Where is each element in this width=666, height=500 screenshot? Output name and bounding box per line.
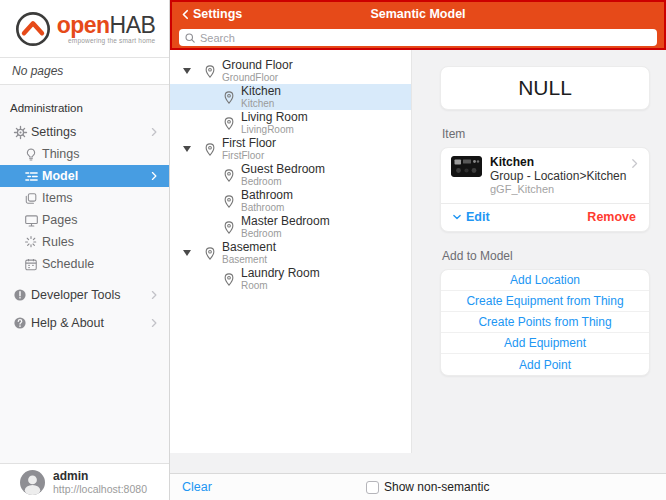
expand-triangle-icon[interactable]	[183, 250, 191, 256]
tree-item-ground-floor[interactable]: Ground FloorGroundFloor	[170, 58, 411, 84]
sidebar-item-things[interactable]: Things	[0, 143, 169, 165]
sidebar-item-schedule[interactable]: Schedule	[0, 253, 169, 275]
sidebar-item-label: Settings	[31, 125, 149, 139]
location-pin-icon	[203, 246, 217, 261]
chevron-right-icon	[629, 158, 640, 169]
question-circle-icon	[12, 316, 28, 330]
items-icon	[23, 191, 39, 206]
lightbulb-icon	[23, 147, 39, 162]
add-point-button[interactable]: Add Point	[441, 354, 649, 375]
tree-item-subtitle: GroundFloor	[222, 72, 293, 83]
avatar	[20, 470, 45, 495]
item-section-label: Item	[442, 127, 650, 141]
sidebar-nav: SettingsThingsModelItemsPagesRulesSchedu…	[0, 121, 169, 334]
location-pin-icon	[222, 220, 236, 235]
sidebar-item-rules[interactable]: Rules	[0, 231, 169, 253]
sidebar-item-pages[interactable]: Pages	[0, 209, 169, 231]
item-id: gGF_Kitchen	[490, 183, 626, 196]
sidebar-item-help-about[interactable]: Help & About	[0, 312, 169, 334]
tree-item-title: Basement	[222, 241, 276, 254]
main-content: Ground FloorGroundFloorKitchenKitchenLiv…	[170, 50, 666, 473]
user-name: admin	[53, 470, 147, 483]
checkbox-icon	[366, 481, 379, 494]
tree-item-guest-bedroom[interactable]: Guest BedroomBedroom	[170, 162, 411, 188]
create-equipment-from-thing-button[interactable]: Create Equipment from Thing	[441, 291, 649, 312]
chevron-down-icon	[452, 212, 462, 222]
sidebar-item-items[interactable]: Items	[0, 187, 169, 209]
expand-triangle-icon[interactable]	[183, 68, 191, 74]
item-row[interactable]: Kitchen Group - Location>Kitchen gGF_Kit…	[441, 148, 649, 203]
tree-item-subtitle: Kitchen	[241, 98, 281, 109]
sidebar-item-label: Things	[42, 147, 159, 161]
tree-item-basement[interactable]: BasementBasement	[170, 240, 411, 266]
expand-triangle-icon[interactable]	[183, 146, 191, 152]
tree-item-laundry-room[interactable]: Laundry RoomRoom	[170, 266, 411, 292]
exclamation-circle-icon	[12, 288, 28, 302]
search-icon	[184, 32, 196, 44]
tree-item-living-room[interactable]: Living RoomLivingRoom	[170, 110, 411, 136]
edit-label: Edit	[466, 210, 490, 224]
sidebar-item-label: Rules	[42, 235, 159, 249]
tree-item-subtitle: Basement	[222, 254, 276, 265]
location-pin-icon	[222, 90, 236, 105]
tree-item-first-floor[interactable]: First FloorFirstFloor	[170, 136, 411, 162]
item-type: Group - Location>Kitchen	[490, 169, 626, 183]
location-pin-icon	[222, 168, 236, 183]
chevron-right-icon	[149, 290, 159, 300]
chevron-right-icon	[149, 127, 159, 137]
tree-item-title: Guest Bedroom	[241, 163, 325, 176]
add-equipment-button[interactable]: Add Equipment	[441, 333, 649, 354]
search-input[interactable]	[200, 32, 652, 44]
tree-item-title: Bathroom	[241, 189, 293, 202]
gear-icon	[12, 125, 28, 140]
tree-item-subtitle: Bedroom	[241, 176, 325, 187]
remove-button[interactable]: Remove	[587, 210, 636, 224]
sidebar-item-model[interactable]: Model	[0, 165, 169, 187]
detail-panel: NULL Item	[412, 50, 666, 473]
openhab-logo-icon	[14, 10, 52, 48]
logo-word-open: open	[57, 12, 110, 38]
location-pin-icon	[203, 64, 217, 79]
show-non-semantic-toggle[interactable]: Show non-semantic	[366, 480, 489, 494]
chevron-right-icon	[149, 171, 159, 181]
tree-item-subtitle: FirstFloor	[222, 150, 276, 161]
header: Settings Semantic Model	[170, 0, 666, 50]
server-url: http://localhost:8080	[53, 483, 147, 495]
back-label: Settings	[193, 7, 242, 21]
openhab-admin-app: openHAB empowering the smart home No pag…	[0, 0, 666, 500]
sidebar-item-label: Pages	[42, 213, 159, 227]
tree-item-title: Living Room	[241, 111, 308, 124]
item-state-value: NULL	[518, 76, 572, 100]
tree-item-title: Master Bedroom	[241, 215, 330, 228]
schedule-icon	[23, 257, 39, 272]
sidebar-item-developer-tools[interactable]: Developer Tools	[0, 284, 169, 306]
search-bar	[179, 29, 657, 46]
back-button[interactable]: Settings	[180, 7, 242, 21]
tree-item-title: Laundry Room	[241, 267, 320, 280]
tree-item-title: First Floor	[222, 137, 276, 150]
sidebar-item-label: Schedule	[42, 257, 159, 271]
item-state-card: NULL	[440, 66, 650, 110]
location-pin-icon	[222, 116, 236, 131]
sidebar-item-label: Help & About	[31, 316, 149, 330]
tree-item-subtitle: Bedroom	[241, 228, 330, 239]
tree-item-title: Ground Floor	[222, 59, 293, 72]
sidebar-section-administration: Administration	[10, 102, 159, 114]
location-pin-icon	[222, 272, 236, 287]
tree-item-subtitle: Bathroom	[241, 202, 293, 213]
edit-button[interactable]: Edit	[452, 210, 490, 224]
checkbox-label: Show non-semantic	[384, 480, 489, 494]
logo-tagline: empowering the smart home	[68, 37, 155, 44]
chevron-right-icon	[149, 318, 159, 328]
openhab-logo[interactable]: openHAB empowering the smart home	[0, 0, 169, 57]
sidebar-item-settings[interactable]: Settings	[0, 121, 169, 143]
pages-icon	[23, 213, 39, 228]
create-points-from-thing-button[interactable]: Create Points from Thing	[441, 312, 649, 333]
clear-button[interactable]: Clear	[182, 480, 212, 494]
user-account[interactable]: admin http://localhost:8080	[0, 463, 169, 500]
tree-item-master-bedroom[interactable]: Master BedroomBedroom	[170, 214, 411, 240]
tree-item-bathroom[interactable]: BathroomBathroom	[170, 188, 411, 214]
rules-icon	[23, 235, 39, 249]
tree-item-kitchen[interactable]: KitchenKitchen	[170, 84, 411, 110]
add-location-button[interactable]: Add Location	[441, 270, 649, 291]
